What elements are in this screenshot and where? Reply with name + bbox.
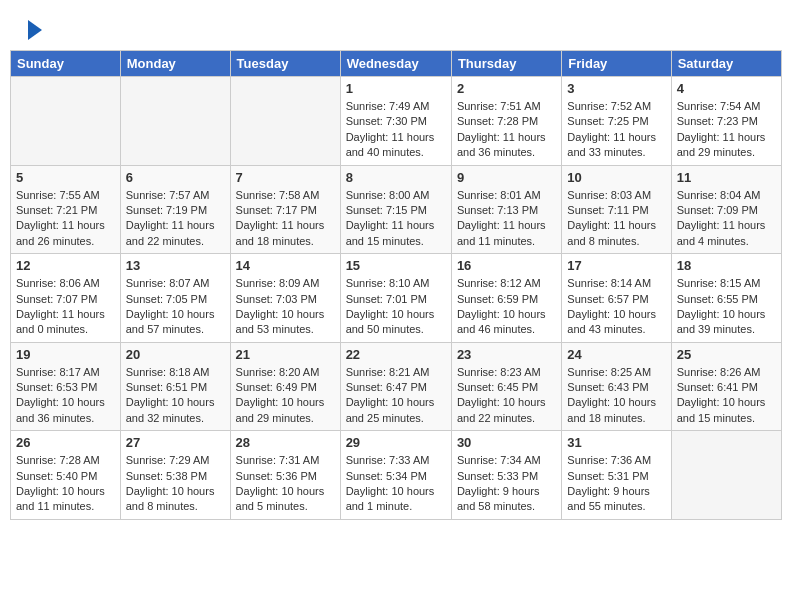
day-info: Sunrise: 8:10 AM Sunset: 7:01 PM Dayligh…: [346, 276, 446, 338]
calendar-day-cell: 7Sunrise: 7:58 AM Sunset: 7:17 PM Daylig…: [230, 165, 340, 254]
day-number: 9: [457, 170, 556, 185]
calendar-header-row: SundayMondayTuesdayWednesdayThursdayFrid…: [11, 51, 782, 77]
day-info: Sunrise: 8:12 AM Sunset: 6:59 PM Dayligh…: [457, 276, 556, 338]
calendar-table: SundayMondayTuesdayWednesdayThursdayFrid…: [10, 50, 782, 520]
calendar-week-row: 5Sunrise: 7:55 AM Sunset: 7:21 PM Daylig…: [11, 165, 782, 254]
calendar-day-cell: 5Sunrise: 7:55 AM Sunset: 7:21 PM Daylig…: [11, 165, 121, 254]
day-info: Sunrise: 7:31 AM Sunset: 5:36 PM Dayligh…: [236, 453, 335, 515]
calendar-week-row: 1Sunrise: 7:49 AM Sunset: 7:30 PM Daylig…: [11, 77, 782, 166]
day-number: 24: [567, 347, 665, 362]
calendar-day-cell: 6Sunrise: 7:57 AM Sunset: 7:19 PM Daylig…: [120, 165, 230, 254]
day-info: Sunrise: 8:17 AM Sunset: 6:53 PM Dayligh…: [16, 365, 115, 427]
day-info: Sunrise: 8:26 AM Sunset: 6:41 PM Dayligh…: [677, 365, 776, 427]
day-number: 6: [126, 170, 225, 185]
calendar-day-header: Sunday: [11, 51, 121, 77]
page-header: [10, 10, 782, 45]
day-number: 16: [457, 258, 556, 273]
calendar-day-header: Thursday: [451, 51, 561, 77]
calendar-day-cell: 19Sunrise: 8:17 AM Sunset: 6:53 PM Dayli…: [11, 342, 121, 431]
day-info: Sunrise: 7:51 AM Sunset: 7:28 PM Dayligh…: [457, 99, 556, 161]
day-number: 10: [567, 170, 665, 185]
day-number: 3: [567, 81, 665, 96]
calendar-day-cell: [120, 77, 230, 166]
day-number: 2: [457, 81, 556, 96]
calendar-day-cell: 9Sunrise: 8:01 AM Sunset: 7:13 PM Daylig…: [451, 165, 561, 254]
day-info: Sunrise: 7:57 AM Sunset: 7:19 PM Dayligh…: [126, 188, 225, 250]
calendar-day-cell: 31Sunrise: 7:36 AM Sunset: 5:31 PM Dayli…: [562, 431, 671, 520]
day-info: Sunrise: 8:01 AM Sunset: 7:13 PM Dayligh…: [457, 188, 556, 250]
day-info: Sunrise: 8:09 AM Sunset: 7:03 PM Dayligh…: [236, 276, 335, 338]
day-info: Sunrise: 7:36 AM Sunset: 5:31 PM Dayligh…: [567, 453, 665, 515]
calendar-day-cell: 4Sunrise: 7:54 AM Sunset: 7:23 PM Daylig…: [671, 77, 781, 166]
day-info: Sunrise: 7:28 AM Sunset: 5:40 PM Dayligh…: [16, 453, 115, 515]
day-number: 18: [677, 258, 776, 273]
calendar-day-cell: [11, 77, 121, 166]
calendar-day-cell: 25Sunrise: 8:26 AM Sunset: 6:41 PM Dayli…: [671, 342, 781, 431]
day-number: 21: [236, 347, 335, 362]
day-info: Sunrise: 7:52 AM Sunset: 7:25 PM Dayligh…: [567, 99, 665, 161]
calendar-day-header: Monday: [120, 51, 230, 77]
day-info: Sunrise: 7:34 AM Sunset: 5:33 PM Dayligh…: [457, 453, 556, 515]
day-info: Sunrise: 8:07 AM Sunset: 7:05 PM Dayligh…: [126, 276, 225, 338]
calendar-day-cell: 2Sunrise: 7:51 AM Sunset: 7:28 PM Daylig…: [451, 77, 561, 166]
calendar-day-cell: 22Sunrise: 8:21 AM Sunset: 6:47 PM Dayli…: [340, 342, 451, 431]
calendar-week-row: 19Sunrise: 8:17 AM Sunset: 6:53 PM Dayli…: [11, 342, 782, 431]
calendar-day-cell: 29Sunrise: 7:33 AM Sunset: 5:34 PM Dayli…: [340, 431, 451, 520]
calendar-day-cell: 8Sunrise: 8:00 AM Sunset: 7:15 PM Daylig…: [340, 165, 451, 254]
logo: [25, 20, 42, 40]
calendar-day-cell: 18Sunrise: 8:15 AM Sunset: 6:55 PM Dayli…: [671, 254, 781, 343]
calendar-day-cell: 15Sunrise: 8:10 AM Sunset: 7:01 PM Dayli…: [340, 254, 451, 343]
day-info: Sunrise: 8:15 AM Sunset: 6:55 PM Dayligh…: [677, 276, 776, 338]
calendar-day-cell: 30Sunrise: 7:34 AM Sunset: 5:33 PM Dayli…: [451, 431, 561, 520]
day-info: Sunrise: 8:20 AM Sunset: 6:49 PM Dayligh…: [236, 365, 335, 427]
calendar-day-cell: 20Sunrise: 8:18 AM Sunset: 6:51 PM Dayli…: [120, 342, 230, 431]
day-number: 27: [126, 435, 225, 450]
day-number: 17: [567, 258, 665, 273]
day-info: Sunrise: 7:55 AM Sunset: 7:21 PM Dayligh…: [16, 188, 115, 250]
day-info: Sunrise: 8:04 AM Sunset: 7:09 PM Dayligh…: [677, 188, 776, 250]
day-number: 19: [16, 347, 115, 362]
day-number: 5: [16, 170, 115, 185]
calendar-week-row: 12Sunrise: 8:06 AM Sunset: 7:07 PM Dayli…: [11, 254, 782, 343]
calendar-day-cell: 11Sunrise: 8:04 AM Sunset: 7:09 PM Dayli…: [671, 165, 781, 254]
calendar-day-cell: 10Sunrise: 8:03 AM Sunset: 7:11 PM Dayli…: [562, 165, 671, 254]
day-info: Sunrise: 7:49 AM Sunset: 7:30 PM Dayligh…: [346, 99, 446, 161]
day-number: 30: [457, 435, 556, 450]
calendar-day-cell: 26Sunrise: 7:28 AM Sunset: 5:40 PM Dayli…: [11, 431, 121, 520]
calendar-day-cell: 17Sunrise: 8:14 AM Sunset: 6:57 PM Dayli…: [562, 254, 671, 343]
calendar-day-cell: 28Sunrise: 7:31 AM Sunset: 5:36 PM Dayli…: [230, 431, 340, 520]
calendar-day-cell: 12Sunrise: 8:06 AM Sunset: 7:07 PM Dayli…: [11, 254, 121, 343]
calendar-day-cell: 1Sunrise: 7:49 AM Sunset: 7:30 PM Daylig…: [340, 77, 451, 166]
day-number: 15: [346, 258, 446, 273]
day-number: 7: [236, 170, 335, 185]
day-info: Sunrise: 8:14 AM Sunset: 6:57 PM Dayligh…: [567, 276, 665, 338]
calendar-day-cell: 14Sunrise: 8:09 AM Sunset: 7:03 PM Dayli…: [230, 254, 340, 343]
day-number: 20: [126, 347, 225, 362]
calendar-week-row: 26Sunrise: 7:28 AM Sunset: 5:40 PM Dayli…: [11, 431, 782, 520]
day-number: 4: [677, 81, 776, 96]
day-number: 13: [126, 258, 225, 273]
logo-arrow-icon: [28, 20, 42, 40]
day-number: 22: [346, 347, 446, 362]
day-number: 11: [677, 170, 776, 185]
day-info: Sunrise: 8:21 AM Sunset: 6:47 PM Dayligh…: [346, 365, 446, 427]
day-info: Sunrise: 8:18 AM Sunset: 6:51 PM Dayligh…: [126, 365, 225, 427]
calendar-day-header: Saturday: [671, 51, 781, 77]
day-number: 31: [567, 435, 665, 450]
calendar-day-cell: 24Sunrise: 8:25 AM Sunset: 6:43 PM Dayli…: [562, 342, 671, 431]
day-number: 28: [236, 435, 335, 450]
day-number: 23: [457, 347, 556, 362]
day-number: 12: [16, 258, 115, 273]
calendar-body: 1Sunrise: 7:49 AM Sunset: 7:30 PM Daylig…: [11, 77, 782, 520]
day-number: 8: [346, 170, 446, 185]
calendar-day-cell: 16Sunrise: 8:12 AM Sunset: 6:59 PM Dayli…: [451, 254, 561, 343]
calendar-day-cell: [671, 431, 781, 520]
day-info: Sunrise: 7:54 AM Sunset: 7:23 PM Dayligh…: [677, 99, 776, 161]
day-number: 29: [346, 435, 446, 450]
day-info: Sunrise: 8:06 AM Sunset: 7:07 PM Dayligh…: [16, 276, 115, 338]
day-number: 1: [346, 81, 446, 96]
day-info: Sunrise: 7:58 AM Sunset: 7:17 PM Dayligh…: [236, 188, 335, 250]
calendar-day-cell: [230, 77, 340, 166]
calendar-day-cell: 21Sunrise: 8:20 AM Sunset: 6:49 PM Dayli…: [230, 342, 340, 431]
calendar-day-cell: 27Sunrise: 7:29 AM Sunset: 5:38 PM Dayli…: [120, 431, 230, 520]
